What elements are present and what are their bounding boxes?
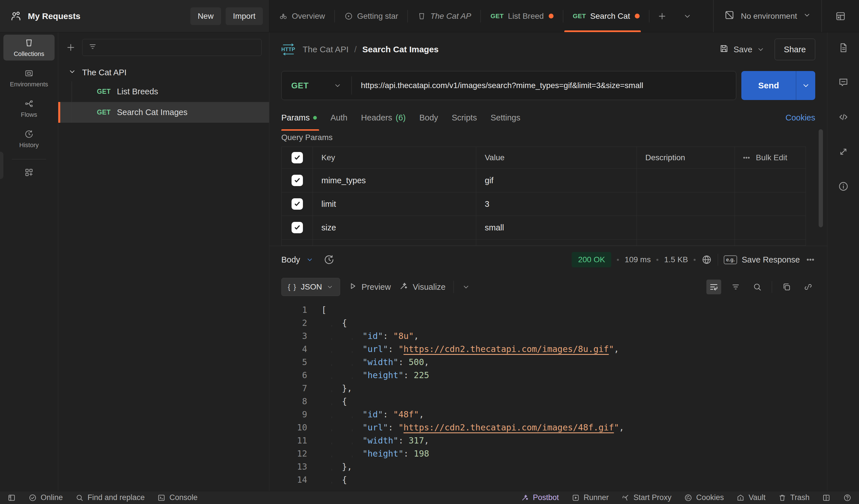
tab-search-cat[interactable]: GETSearch Cat xyxy=(563,0,650,32)
environment-quick-look-button[interactable] xyxy=(822,0,859,32)
code-line-6: 6"height": 225 xyxy=(269,369,827,382)
method-selector[interactable]: GET xyxy=(282,71,351,100)
import-button[interactable]: Import xyxy=(226,7,263,25)
visualize-tab[interactable]: Visualize xyxy=(399,281,446,293)
cookies-status-item[interactable]: Cookies xyxy=(684,493,724,502)
cookies-link[interactable]: Cookies xyxy=(785,113,815,122)
wrap-lines-button[interactable] xyxy=(706,279,721,294)
copy-response-button[interactable] xyxy=(780,280,794,294)
sidebar-item-collections[interactable]: Collections xyxy=(3,35,55,61)
save-options-button[interactable] xyxy=(756,45,765,54)
documentation-button[interactable] xyxy=(838,42,849,54)
request-item-search-cat-images[interactable]: GETSearch Cat Images xyxy=(58,102,269,123)
row-checkbox[interactable] xyxy=(291,198,303,210)
response-time[interactable]: 109 ms xyxy=(624,255,651,264)
param-key-cell[interactable]: mime_types xyxy=(313,169,476,192)
param-key-cell[interactable]: limit xyxy=(313,192,476,216)
response-history-button[interactable] xyxy=(323,254,335,265)
tab-options-button[interactable] xyxy=(675,0,700,32)
cookie-icon xyxy=(684,493,693,502)
send-options-button[interactable] xyxy=(796,71,815,100)
code-snippet-button[interactable] xyxy=(838,111,849,123)
param-value-cell[interactable]: gif xyxy=(476,169,637,192)
filter-collections-box[interactable] xyxy=(82,39,262,56)
collection-requests: GETList BreedsGETSearch Cat Images xyxy=(58,81,269,123)
filter-collections-input[interactable] xyxy=(101,43,256,52)
online-status-item[interactable]: Online xyxy=(28,493,63,502)
share-button[interactable]: Share xyxy=(774,39,815,60)
new-button[interactable]: New xyxy=(191,7,221,25)
trash-status-item[interactable]: Trash xyxy=(778,493,810,502)
sidebar-item-flows[interactable]: Flows xyxy=(3,95,55,121)
console-status-item[interactable]: Console xyxy=(157,493,197,502)
param-value-cell[interactable]: 3 xyxy=(476,192,637,216)
environment-selector[interactable]: No environment xyxy=(713,0,822,32)
start-proxy-status-item[interactable]: Start Proxy xyxy=(621,493,672,502)
search-response-button[interactable] xyxy=(750,280,764,294)
row-checkbox[interactable] xyxy=(291,175,303,186)
response-format-selector[interactable]: { } JSON xyxy=(281,278,340,296)
response-url-link[interactable]: https://cdn2.thecatapi.com/images/8u.gif xyxy=(404,344,609,354)
sidebar-item-history[interactable]: History xyxy=(3,126,55,152)
param-value-cell[interactable]: small xyxy=(476,216,637,239)
vault-status-item[interactable]: Vault xyxy=(736,493,766,502)
tab-list-breed[interactable]: GETList Breed xyxy=(481,0,563,32)
request-item-list-breeds[interactable]: GETList Breeds xyxy=(58,81,269,102)
sidebar-item-label: Environments xyxy=(10,81,48,88)
pull-requests-button[interactable] xyxy=(838,146,849,157)
save-response-button[interactable]: e.g. Save Response xyxy=(724,255,800,264)
param-description-cell[interactable] xyxy=(637,192,735,216)
param-key-cell[interactable]: size xyxy=(313,216,476,239)
response-options-button[interactable] xyxy=(805,255,815,264)
info-button[interactable] xyxy=(838,181,849,192)
request-tab-params[interactable]: Params xyxy=(281,105,323,131)
breadcrumb-request-name[interactable]: Search Cat Images xyxy=(362,45,438,54)
toggle-panel-status-item[interactable] xyxy=(822,493,831,502)
row-checkbox[interactable] xyxy=(291,152,303,163)
status-badge[interactable]: 200 OK xyxy=(572,252,611,268)
console-icon xyxy=(157,493,166,502)
response-size[interactable]: 1.5 KB xyxy=(664,255,688,264)
collection-the-cat-api[interactable]: The Cat API xyxy=(58,64,269,81)
send-button[interactable]: Send xyxy=(741,71,796,100)
add-tab-button[interactable] xyxy=(649,0,675,32)
request-tab-headers[interactable]: Headers(6) xyxy=(355,105,412,131)
comments-button[interactable] xyxy=(838,77,849,88)
bulk-edit-button[interactable]: Bulk Edit xyxy=(735,147,805,168)
save-button[interactable]: Save xyxy=(719,44,752,56)
sidebar-item-environments[interactable]: Environments xyxy=(3,65,55,91)
response-view-dropdown[interactable] xyxy=(306,256,314,264)
param-description-cell[interactable] xyxy=(637,169,735,192)
tab-overview[interactable]: Overview xyxy=(269,0,335,32)
code-line-1: 1[ xyxy=(269,303,827,317)
chevron-down-icon xyxy=(326,283,334,291)
request-tab-settings[interactable]: Settings xyxy=(484,105,527,131)
tab-the-cat-ap[interactable]: The Cat AP xyxy=(408,0,481,32)
param-description-cell[interactable] xyxy=(637,216,735,239)
filter-response-button[interactable] xyxy=(728,280,743,294)
row-checkbox[interactable] xyxy=(291,222,303,233)
add-collection-button[interactable] xyxy=(64,41,77,54)
toggle-sidebar-status-item[interactable] xyxy=(7,493,16,502)
network-info-icon[interactable] xyxy=(701,254,712,265)
response-url-link[interactable]: https://cdn2.thecatapi.com/images/48f.gi… xyxy=(404,423,614,432)
help-status-item[interactable] xyxy=(843,493,852,502)
vertical-scrollbar[interactable] xyxy=(819,129,823,227)
postbot-status-item[interactable]: Postbot xyxy=(521,493,559,502)
chevron-down-icon xyxy=(333,81,342,90)
response-body-label[interactable]: Body xyxy=(281,255,300,264)
runner-status-item[interactable]: Runner xyxy=(571,493,609,502)
request-tab-scripts[interactable]: Scripts xyxy=(445,105,484,131)
response-body-editor[interactable]: 1[2{3"id": "8u",4"url": "https://cdn2.th… xyxy=(269,301,827,491)
format-options-button[interactable] xyxy=(462,283,470,291)
panel-drag-handle[interactable] xyxy=(0,152,3,179)
link-response-button[interactable] xyxy=(801,280,815,294)
url-input[interactable]: https://api.thecatapi.com/v1/images/sear… xyxy=(352,81,643,90)
request-tab-auth[interactable]: Auth xyxy=(323,105,355,131)
request-tab-body[interactable]: Body xyxy=(412,105,445,131)
configure-sidebar-button[interactable] xyxy=(22,166,36,181)
find-and-replace-status-item[interactable]: Find and replace xyxy=(75,493,145,502)
preview-tab[interactable]: Preview xyxy=(348,281,391,293)
breadcrumb-collection[interactable]: The Cat API xyxy=(303,45,349,54)
tab-getting-star[interactable]: Getting star xyxy=(335,0,408,32)
